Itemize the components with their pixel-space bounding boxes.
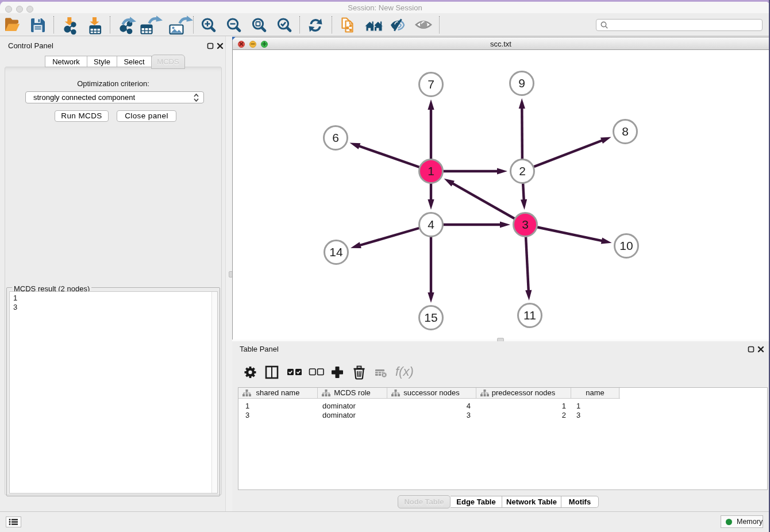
svg-text:15: 15 [424, 311, 437, 324]
svg-text:9: 9 [518, 76, 525, 90]
svg-text:1: 1 [428, 164, 434, 178]
svg-text:10: 10 [619, 239, 633, 252]
svg-text:6: 6 [332, 131, 339, 144]
svg-text:7: 7 [428, 78, 434, 91]
svg-text:14: 14 [329, 245, 343, 259]
svg-text:4: 4 [428, 218, 434, 231]
svg-text:f(x): f(x) [395, 364, 414, 379]
svg-text:3: 3 [522, 218, 529, 231]
svg-text:8: 8 [622, 125, 629, 138]
svg-text:11: 11 [523, 309, 536, 322]
svg-text:2: 2 [519, 164, 526, 178]
